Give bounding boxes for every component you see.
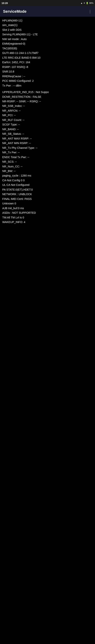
info-line: TAC(65535) xyxy=(2,46,93,51)
info-line: NR_BAND: -- xyxy=(2,127,93,132)
spacer xyxy=(2,88,93,90)
info-line: ENDC Total Tx Pwr: -- xyxy=(2,155,93,160)
info-line: ASDiv : NOT SUPPORTED xyxy=(2,210,93,215)
info-line: NW sel mode : Auto xyxy=(2,37,93,42)
info-line: CA-Not Config 0 0 xyxy=(2,178,93,182)
info-line: NR_ARFCN: -- xyxy=(2,108,93,113)
info-line: LTE RRC:IDLE BAND:5 BW:10 xyxy=(2,56,93,60)
info-line: RSRP:-107 RSRQ:-8 xyxy=(2,65,93,69)
info-line: HPLMN(460-11) xyxy=(2,18,93,23)
info-line: SCGF Type: -- xyxy=(2,122,93,127)
info-line: NR-RSRP: -- SINR: -- RSRQ: -- xyxy=(2,99,93,104)
info-line: NR_Num_CC: -- xyxy=(2,164,93,169)
info-line: NR_SCS: -- xyxy=(2,160,93,164)
content-area: HPLMN(460-11)sim_state(1)Slot 2 with DDS… xyxy=(0,17,95,226)
info-line: NR_ANT MIN RSRP: -- xyxy=(2,141,93,146)
status-bar: 10:20 ▲ ✦ 🔋 88% xyxy=(0,0,95,6)
status-right: ▲ ✦ 🔋 88% xyxy=(80,2,94,4)
info-line: Earfcn: 2452, PCI: 164 xyxy=(2,60,93,64)
info-line: NR_PCI: -- xyxy=(2,113,93,118)
info-line: RREReqCause : -- xyxy=(2,74,93,78)
battery-level: 88% xyxy=(89,2,94,4)
info-line: paging_cycle : 1280 ms xyxy=(2,173,93,178)
info-line: FINAL IMEI Certi: PASS xyxy=(2,197,93,201)
info-line: NR_BW: -- xyxy=(2,169,93,173)
status-time: 10:20 xyxy=(2,2,8,4)
info-line: DCNR_RESTRICTION : FALSE xyxy=(2,94,93,99)
info-line: WAKEUP_INFO: 4 xyxy=(2,220,93,224)
info-line: PCC MIMO Configured: 2 xyxy=(2,78,93,83)
app-header: ServiceMode ⋮ xyxy=(0,6,95,17)
info-line: NR_SSB_Index: -- xyxy=(2,104,93,108)
signal-icon: ▲ xyxy=(80,2,83,4)
info-line: NR_Tx Pwr: -- xyxy=(2,150,93,155)
info-line: Unknown 0 xyxy=(2,201,93,206)
info-line: PA STATE:0(ET),HDET:0 xyxy=(2,187,93,192)
info-line: UL CA Not Configured xyxy=(2,182,93,187)
info-line: Slot 2 with DDS xyxy=(2,28,93,32)
info-line: Tx Pwr : -- dBm xyxy=(2,83,93,88)
info-line: NR_ANT MAX RSRP: -- xyxy=(2,136,93,141)
info-line: GUTI:460-11-244-1-17c79df7 xyxy=(2,51,93,55)
info-line: NR_SB_Status: -- xyxy=(2,132,93,136)
info-line: TM:All TM Lvl is 0 xyxy=(2,215,93,220)
info-line: EMM(registered-0) xyxy=(2,42,93,46)
header-title: ServiceMode xyxy=(3,9,26,14)
menu-button[interactable]: ⋮ xyxy=(88,9,92,14)
info-line: AJB Init_buf:0 ms xyxy=(2,206,93,210)
info-line: SNR:10.8 xyxy=(2,69,93,74)
info-line: UPPERLAYER_IND_R15 : Not Suppo xyxy=(2,90,93,94)
info-line: NETWORK : UNBLOCK xyxy=(2,192,93,196)
info-line: NR_Tx Phy Channel Type: -- xyxy=(2,146,93,150)
wifi-icon: ✦ xyxy=(84,2,85,4)
battery-icon: 🔋 xyxy=(86,2,88,4)
info-line: Serving PLMN(460-11) - LTE xyxy=(2,32,93,37)
info-line: sim_state(1) xyxy=(2,23,93,27)
info-line: NR_RLF Count: -- xyxy=(2,118,93,122)
